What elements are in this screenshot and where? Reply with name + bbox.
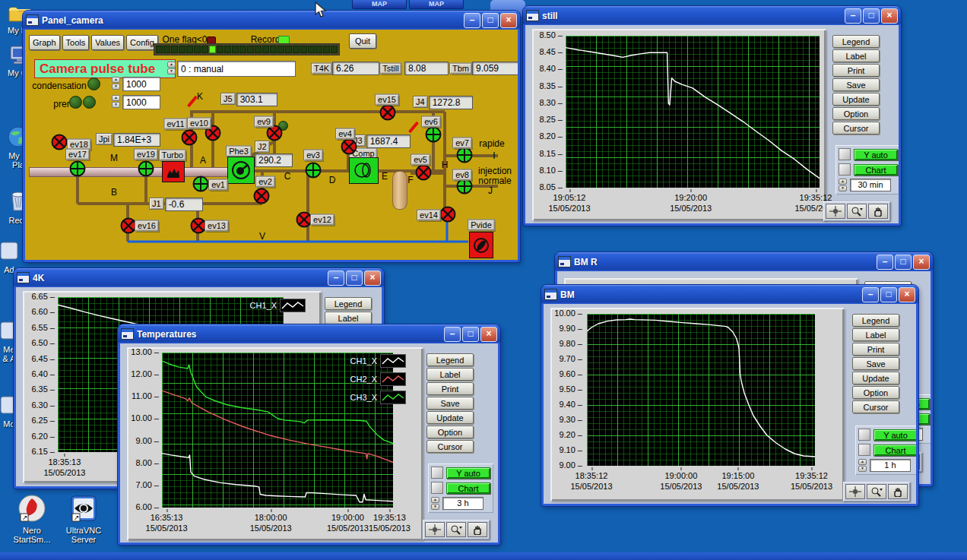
- mode-selector-field[interactable]: 0 : manual: [177, 61, 296, 77]
- legend-item[interactable]: CH1_X: [250, 299, 306, 312]
- valve-ev8[interactable]: [456, 178, 473, 196]
- time-span-field[interactable]: 30 min: [850, 179, 891, 191]
- valve-ev9[interactable]: [266, 125, 283, 143]
- pan-hand-tool-button[interactable]: [468, 522, 487, 537]
- valve-ev15[interactable]: [379, 104, 396, 122]
- pvide-pump-box[interactable]: [469, 232, 493, 258]
- valve-ev7[interactable]: [456, 147, 473, 165]
- minimize-button[interactable]: –: [444, 327, 461, 342]
- valve-ev19[interactable]: [138, 160, 154, 179]
- legend-button[interactable]: Legend: [852, 314, 899, 327]
- span-spinner[interactable]: ▲▼: [839, 179, 847, 191]
- option-button[interactable]: Option: [852, 386, 899, 399]
- close-button[interactable]: ×: [899, 287, 915, 302]
- valve-ev6[interactable]: [425, 126, 442, 144]
- zoom-tool-button[interactable]: [847, 204, 867, 219]
- update-button[interactable]: Update: [426, 411, 474, 424]
- condensation-spinner[interactable]: ▲▼: [112, 77, 120, 90]
- label-button[interactable]: Label: [325, 312, 372, 324]
- quit-button[interactable]: Quit: [349, 33, 376, 49]
- span-spinner[interactable]: ▲▼: [858, 459, 867, 472]
- minimize-button[interactable]: –: [464, 13, 480, 28]
- valve-ev2[interactable]: [253, 188, 270, 206]
- option-button[interactable]: Option: [426, 426, 474, 438]
- print-button[interactable]: Print: [852, 343, 899, 356]
- cursor-button[interactable]: Cursor: [852, 400, 899, 413]
- minimize-button[interactable]: –: [845, 8, 861, 24]
- legend-button[interactable]: Legend: [426, 353, 474, 366]
- print-button[interactable]: Print: [426, 382, 474, 395]
- tools-menu-button[interactable]: Tools: [62, 35, 90, 50]
- cursor-tool-button[interactable]: [425, 522, 445, 537]
- turbo-pump-box[interactable]: [162, 161, 185, 182]
- cursor-tool-button[interactable]: [826, 204, 845, 219]
- valve-ev5[interactable]: [415, 164, 432, 182]
- desktop-icon-nero[interactable]: ↗ Nero StartSm...: [8, 494, 56, 544]
- valve-ev14[interactable]: [439, 206, 456, 224]
- condensation-field[interactable]: 1000: [122, 77, 160, 91]
- legend-item[interactable]: CH3_X: [350, 391, 406, 404]
- maximize-button[interactable]: □: [346, 271, 363, 286]
- valve-ev11[interactable]: [181, 129, 198, 147]
- close-button[interactable]: ×: [364, 271, 381, 286]
- label-button[interactable]: Label: [852, 328, 899, 341]
- maximize-button[interactable]: □: [482, 13, 499, 28]
- print-button[interactable]: Print: [832, 64, 880, 77]
- values-menu-button[interactable]: Values: [91, 35, 124, 50]
- chart-button[interactable]: Chart: [873, 445, 916, 456]
- chart-button[interactable]: Chart: [854, 164, 898, 176]
- zoom-tool-button[interactable]: [867, 484, 886, 499]
- toggle-square[interactable]: [431, 482, 443, 494]
- valve-ev3[interactable]: [305, 162, 322, 180]
- time-span-field[interactable]: 1 h: [870, 459, 911, 472]
- legend-button[interactable]: Legend: [325, 297, 372, 310]
- option-button[interactable]: Option: [832, 107, 880, 120]
- maximize-button[interactable]: □: [863, 8, 880, 24]
- chart-button[interactable]: Chart: [446, 482, 490, 494]
- toggle-square[interactable]: [858, 429, 870, 441]
- cursor-tool-button[interactable]: [845, 484, 865, 499]
- titlebar-panel-camera[interactable]: Panel_camera – □ ×: [23, 11, 520, 30]
- titlebar-still[interactable]: still – □ ×: [523, 6, 901, 25]
- legend-item[interactable]: CH1_X: [350, 354, 406, 368]
- update-button[interactable]: Update: [852, 372, 899, 384]
- pan-hand-tool-button[interactable]: [888, 484, 908, 499]
- toggle-square[interactable]: [858, 444, 870, 456]
- valve-ev1[interactable]: [192, 176, 209, 194]
- close-button[interactable]: ×: [500, 13, 517, 28]
- cursor-button[interactable]: Cursor: [426, 440, 474, 453]
- titlebar-temperatures[interactable]: Temperatures – □ ×: [118, 324, 500, 343]
- save-button[interactable]: Save: [426, 397, 474, 410]
- valve-ev4[interactable]: [341, 138, 357, 157]
- cursor-button[interactable]: Cursor: [832, 122, 880, 134]
- span-spinner[interactable]: ▲▼: [431, 497, 439, 510]
- background-window-map-1[interactable]: MAP: [352, 0, 407, 9]
- label-button[interactable]: Label: [832, 49, 880, 62]
- legend-button[interactable]: Legend: [832, 35, 880, 48]
- graph-menu-button[interactable]: Graph: [29, 35, 60, 50]
- save-button[interactable]: Save: [852, 357, 899, 370]
- label-button[interactable]: Label: [426, 368, 474, 381]
- minimize-button[interactable]: –: [328, 271, 344, 286]
- zoom-tool-button[interactable]: [446, 522, 466, 537]
- maximize-button[interactable]: □: [895, 255, 912, 270]
- time-span-field[interactable]: 3 h: [442, 497, 484, 510]
- y-auto-button[interactable]: Y auto: [854, 149, 898, 160]
- toggle-square[interactable]: [431, 467, 443, 479]
- toggle-square[interactable]: [839, 148, 851, 160]
- update-button[interactable]: Update: [832, 93, 880, 106]
- y-auto-button[interactable]: Y auto: [446, 467, 490, 479]
- preref-field[interactable]: 1000: [122, 95, 160, 109]
- y-auto-button[interactable]: Y auto: [873, 429, 916, 441]
- save-button[interactable]: Save: [832, 78, 880, 91]
- toggle-square[interactable]: [839, 163, 851, 176]
- chart-plot-still[interactable]: [566, 36, 820, 188]
- preref-spinner[interactable]: ▲▼: [112, 95, 120, 108]
- maximize-button[interactable]: □: [880, 287, 897, 302]
- titlebar-bm[interactable]: BM – □ ×: [541, 285, 918, 304]
- phe3-gauge-box[interactable]: [227, 157, 255, 184]
- mode-spinner[interactable]: ▲▼: [167, 62, 176, 74]
- minimize-button[interactable]: –: [877, 255, 893, 270]
- legend-item[interactable]: CH2_X: [350, 372, 406, 386]
- titlebar-bm-r[interactable]: BM R – □ ×: [555, 252, 933, 271]
